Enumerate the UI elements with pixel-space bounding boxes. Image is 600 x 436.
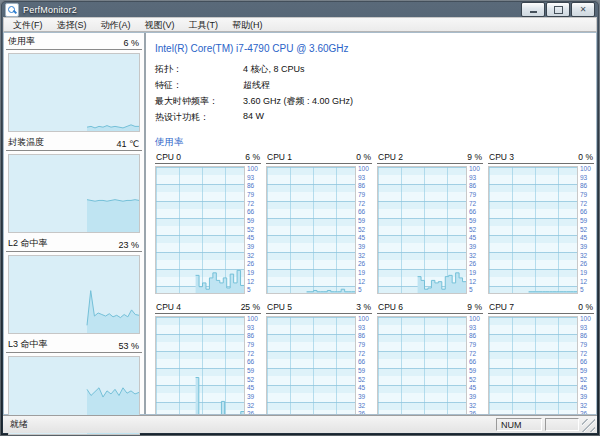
cpu-value: 6 % xyxy=(245,152,260,162)
panel-header: L3 命中率 53 % xyxy=(6,337,142,353)
panel-label: L3 命中率 xyxy=(8,338,48,351)
status-text: 就绪 xyxy=(10,418,28,431)
cpu2-chart-cell: CPU 2 9 % 100938679726659524539322619125 xyxy=(377,152,483,294)
cpu-value: 3 % xyxy=(356,302,371,312)
panel-label: 使用率 xyxy=(8,35,35,48)
status-cell-blank xyxy=(545,418,579,431)
info-value: 84 W xyxy=(243,111,264,124)
resize-grip[interactable] xyxy=(582,419,595,432)
info-value: 超线程 xyxy=(243,79,270,92)
chart-header: CPU 5 3 % xyxy=(266,302,372,314)
cpu-value: 0 % xyxy=(356,152,371,162)
close-icon: ✕ xyxy=(580,6,587,14)
info-row-topology: 拓扑： 4 核心, 8 CPUs xyxy=(155,63,594,76)
cpu5-plot xyxy=(266,316,356,414)
cpu7-plot xyxy=(488,316,578,414)
panel-label: 封装温度 xyxy=(8,136,44,149)
chart-header: CPU 7 0 % xyxy=(488,302,594,314)
cpu1-chart-cell: CPU 1 0 % 100938679726659524539322619125 xyxy=(266,152,372,294)
chart-header: CPU 4 25 % xyxy=(155,302,261,314)
info-value: 4 核心, 8 CPUs xyxy=(243,63,305,76)
chart-header: CPU 0 6 % xyxy=(155,152,261,164)
cpu-label: CPU 5 xyxy=(267,302,292,312)
cpu-model-title: Intel(R) Core(TM) i7-4790 CPU @ 3.60GHz xyxy=(155,43,594,54)
chart-header: CPU 3 0 % xyxy=(488,152,594,164)
l2-hit-rate-sparkline xyxy=(8,255,140,334)
app-body: 使用率 6 % 封装温度 41 ℃ L2 命中率 23 % xyxy=(3,32,597,415)
panel-value: 6 % xyxy=(123,38,139,48)
y-axis-ticks: 100938679726659524539322619125 xyxy=(467,166,483,294)
chart-header: CPU 2 9 % xyxy=(377,152,483,164)
cpu4-plot xyxy=(155,316,245,414)
cpu-label: CPU 2 xyxy=(378,152,403,162)
cpu4-chart-cell: CPU 4 25 % 10093867972665952453932261912… xyxy=(155,302,261,414)
cpu5-chart-cell: CPU 5 3 % 100938679726659524539322619125 xyxy=(266,302,372,414)
info-row-tdp: 热设计功耗： 84 W xyxy=(155,111,594,124)
info-value: 3.60 GHz (睿频 : 4.00 GHz) xyxy=(243,95,353,108)
chart-header: CPU 6 9 % xyxy=(377,302,483,314)
minimize-icon xyxy=(530,11,537,13)
cpu-label: CPU 6 xyxy=(378,302,403,312)
info-label: 热设计功耗： xyxy=(155,111,243,124)
cpu6-plot xyxy=(377,316,467,414)
menu-action[interactable]: 动作(A) xyxy=(94,18,138,32)
panel-header: L2 命中率 23 % xyxy=(6,236,142,252)
cpu0-chart-cell: CPU 0 6 % 100938679726659524539322619125 xyxy=(155,152,261,294)
y-axis-ticks: 100938679726659524539322619125 xyxy=(578,316,594,414)
num-label: NUM xyxy=(501,420,522,430)
cpu7-chart-cell: CPU 7 0 % 100938679726659524539322619125 xyxy=(488,302,594,414)
main-panel: Intel(R) Core(TM) i7-4790 CPU @ 3.60GHz … xyxy=(146,33,596,414)
menu-select[interactable]: 选择(S) xyxy=(50,18,94,32)
info-row-features: 特征： 超线程 xyxy=(155,79,594,92)
y-axis-ticks: 100938679726659524539322619125 xyxy=(578,166,594,294)
panel-header: 使用率 6 % xyxy=(6,34,142,50)
panel-value: 53 % xyxy=(118,341,139,351)
cpu-usage-grid: CPU 0 6 % 100938679726659524539322619125… xyxy=(155,152,594,414)
cpu6-chart-cell: CPU 6 9 % 100938679726659524539322619125 xyxy=(377,302,483,414)
info-row-max-clock: 最大时钟频率： 3.60 GHz (睿频 : 4.00 GHz) xyxy=(155,95,594,108)
menu-bar: 文件(F) 选择(S) 动作(A) 视图(V) 工具(T) 帮助(H) xyxy=(3,17,597,32)
usage-section-title: 使用率 xyxy=(155,136,594,149)
y-axis-ticks: 100938679726659524539322619125 xyxy=(467,316,483,414)
cpu-label: CPU 4 xyxy=(156,302,181,312)
sidebar-panel-package-temp[interactable]: 封装温度 41 ℃ xyxy=(4,135,144,233)
num-lock-indicator: NUM xyxy=(496,418,542,431)
y-axis-ticks: 100938679726659524539322619125 xyxy=(245,166,261,294)
usage-sparkline xyxy=(8,53,140,132)
title-bar[interactable]: PerfMonitor2 ✕ xyxy=(0,0,600,18)
menu-help[interactable]: 帮助(H) xyxy=(225,18,270,32)
cpu-value: 0 % xyxy=(578,152,593,162)
cpu-value: 9 % xyxy=(467,302,482,312)
sensor-sidebar: 使用率 6 % 封装温度 41 ℃ L2 命中率 23 % xyxy=(4,33,146,414)
cpu3-chart-cell: CPU 3 0 % 100938679726659524539322619125 xyxy=(488,152,594,294)
panel-value: 41 ℃ xyxy=(116,139,139,149)
menu-tools[interactable]: 工具(T) xyxy=(182,18,226,32)
minimize-button[interactable] xyxy=(521,2,545,17)
close-button[interactable]: ✕ xyxy=(571,2,595,17)
info-label: 最大时钟频率： xyxy=(155,95,243,108)
cpu-label: CPU 7 xyxy=(489,302,514,312)
cpu-value: 0 % xyxy=(578,302,593,312)
panel-header: 封装温度 41 ℃ xyxy=(6,135,142,151)
cpu-value: 25 % xyxy=(241,302,260,312)
y-axis-ticks: 100938679726659524539322619125 xyxy=(356,316,372,414)
maximize-button[interactable] xyxy=(546,2,570,17)
info-label: 特征： xyxy=(155,79,243,92)
menu-file[interactable]: 文件(F) xyxy=(6,18,50,32)
maximize-icon xyxy=(554,6,563,14)
cpu0-plot xyxy=(155,166,245,294)
cpu-label: CPU 3 xyxy=(489,152,514,162)
sidebar-panel-usage[interactable]: 使用率 6 % xyxy=(4,34,144,132)
cpu3-plot xyxy=(488,166,578,294)
y-axis-ticks: 100938679726659524539322619125 xyxy=(245,316,261,414)
cpu-label: CPU 1 xyxy=(267,152,292,162)
sidebar-panel-l2-hit-rate[interactable]: L2 命中率 23 % xyxy=(4,236,144,334)
magnifier-icon xyxy=(5,3,19,17)
app-window: PerfMonitor2 ✕ 文件(F) 选择(S) 动作(A) 视图(V) 工… xyxy=(0,0,600,436)
cpu-label: CPU 0 xyxy=(156,152,181,162)
panel-label: L2 命中率 xyxy=(8,237,48,250)
chart-header: CPU 1 0 % xyxy=(266,152,372,164)
menu-view[interactable]: 视图(V) xyxy=(138,18,182,32)
status-bar: 就绪 NUM xyxy=(3,415,597,433)
window-title: PerfMonitor2 xyxy=(23,5,77,15)
